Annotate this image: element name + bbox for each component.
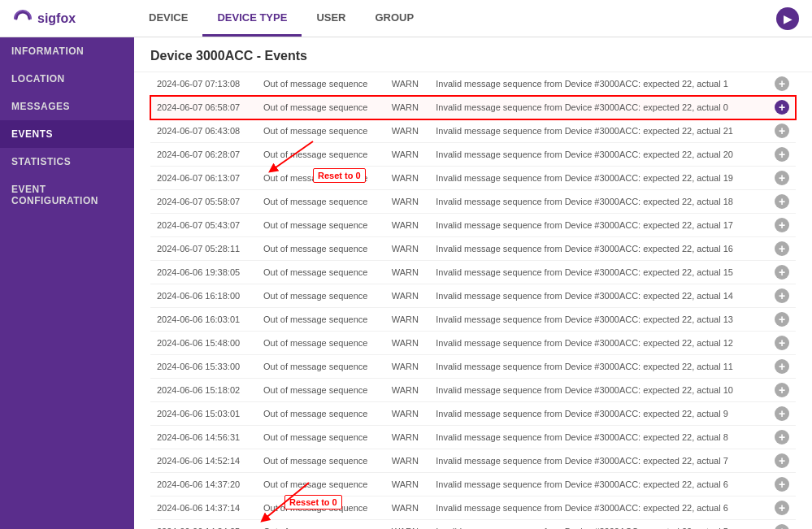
table-row[interactable]: 2024-06-06 14:37:14Out of message sequen… (150, 496, 796, 520)
table-row[interactable]: 2024-06-06 14:37:20Out of message sequen… (150, 473, 796, 496)
event-action[interactable]: + (768, 96, 796, 119)
event-level: WARN (385, 167, 430, 190)
event-action[interactable]: + (768, 308, 796, 332)
table-row[interactable]: 2024-06-06 19:38:05Out of message sequen… (150, 261, 796, 284)
events-table-container[interactable]: 2024-06-07 07:13:08Out of message sequen… (134, 72, 812, 529)
event-action-button[interactable]: + (775, 171, 789, 185)
event-timestamp: 2024-06-07 06:13:07 (150, 167, 257, 190)
event-level: WARN (385, 261, 430, 284)
event-action-button[interactable]: + (775, 477, 789, 492)
event-action[interactable]: + (768, 379, 796, 402)
event-action-button[interactable]: + (775, 76, 789, 91)
sidebar-item-event-configuration[interactable]: EVENT CONFIGURATION (0, 176, 134, 215)
table-row[interactable]: 2024-06-07 06:43:08Out of message sequen… (150, 119, 796, 143)
event-level: WARN (385, 332, 430, 355)
event-action[interactable]: + (768, 496, 796, 520)
event-timestamp: 2024-06-07 05:43:07 (150, 214, 257, 237)
event-action-button[interactable]: + (775, 336, 789, 350)
event-action[interactable]: + (768, 449, 796, 473)
event-message: Invalid message sequence from Device #30… (429, 96, 768, 119)
event-type: Out of message sequence (257, 379, 385, 402)
event-action-button[interactable]: + (775, 430, 789, 444)
event-action-button[interactable]: + (775, 288, 789, 303)
event-action[interactable]: + (768, 143, 796, 167)
event-action-button[interactable]: + (775, 383, 789, 397)
table-row[interactable]: 2024-06-07 06:28:07Out of message sequen… (150, 143, 796, 167)
event-action[interactable]: + (768, 237, 796, 261)
table-row[interactable]: 2024-06-06 15:48:00Out of message sequen… (150, 332, 796, 355)
event-level: WARN (385, 96, 430, 119)
event-message: Invalid message sequence from Device #30… (429, 473, 768, 496)
event-level: WARN (385, 284, 430, 308)
sidebar-item-messages[interactable]: MESSAGES (0, 93, 134, 120)
user-icon[interactable]: ▶ (776, 7, 799, 30)
sidebar-item-events[interactable]: EVENTS (0, 120, 134, 148)
event-action-button[interactable]: + (775, 147, 789, 162)
table-row[interactable]: 2024-06-06 14:56:31Out of message sequen… (150, 426, 796, 449)
event-message: Invalid message sequence from Device #30… (429, 237, 768, 261)
event-action-button[interactable]: + (775, 241, 789, 256)
event-type: Out of message sequence (257, 284, 385, 308)
event-level: WARN (385, 449, 430, 473)
event-action-button[interactable]: + (775, 100, 789, 115)
event-action[interactable]: + (768, 332, 796, 355)
event-timestamp: 2024-06-07 05:28:11 (150, 237, 257, 261)
event-action-button[interactable]: + (775, 265, 789, 280)
event-action[interactable]: + (768, 214, 796, 237)
event-timestamp: 2024-06-07 06:28:07 (150, 143, 257, 167)
sidebar-item-information[interactable]: INFORMATION (0, 37, 134, 65)
event-action[interactable]: + (768, 119, 796, 143)
table-row[interactable]: 2024-06-07 05:58:07Out of message sequen… (150, 190, 796, 214)
event-action[interactable]: + (768, 355, 796, 379)
table-row[interactable]: 2024-06-06 15:03:01Out of message sequen… (150, 402, 796, 426)
event-type: Out of message sequence (257, 190, 385, 214)
event-action[interactable]: + (768, 473, 796, 496)
event-message: Invalid message sequence from Device #30… (429, 190, 768, 214)
event-action[interactable]: + (768, 402, 796, 426)
event-action[interactable]: + (768, 261, 796, 284)
event-level: WARN (385, 520, 430, 530)
table-row[interactable]: 2024-06-07 07:13:08Out of message sequen… (150, 72, 796, 96)
event-action-button[interactable]: + (775, 194, 789, 209)
nav-user[interactable]: USER (302, 0, 360, 37)
nav-device[interactable]: DEVICE (134, 0, 202, 37)
nav-device-type[interactable]: DEVICE TYPE (202, 0, 302, 37)
event-type: Out of message sequence (257, 72, 385, 96)
table-row[interactable]: 2024-06-06 16:18:00Out of message sequen… (150, 284, 796, 308)
sidebar-item-location[interactable]: LOCATION (0, 65, 134, 93)
event-action[interactable]: + (768, 72, 796, 96)
table-row[interactable]: 2024-06-06 16:03:01Out of message sequen… (150, 308, 796, 332)
table-row[interactable]: 2024-06-07 05:43:07Out of message sequen… (150, 214, 796, 237)
event-action-button[interactable]: + (775, 359, 789, 374)
event-action[interactable]: + (768, 426, 796, 449)
event-action[interactable]: + (768, 167, 796, 190)
event-message: Invalid message sequence from Device #30… (429, 355, 768, 379)
event-action[interactable]: + (768, 284, 796, 308)
nav-group[interactable]: GROUP (361, 0, 429, 37)
event-type: Out of message sequence (257, 473, 385, 496)
event-action[interactable]: + (768, 190, 796, 214)
table-row[interactable]: 2024-06-06 15:18:02Out of message sequen… (150, 379, 796, 402)
sidebar-item-statistics[interactable]: STATISTICS (0, 148, 134, 176)
event-action[interactable]: + (768, 520, 796, 530)
event-action-button[interactable]: + (775, 124, 789, 138)
table-row[interactable]: 2024-06-07 06:13:07Out of message sequen… (150, 167, 796, 190)
event-action-button[interactable]: + (775, 524, 789, 529)
table-row[interactable]: 2024-06-07 05:28:11Out of message sequen… (150, 237, 796, 261)
event-action-button[interactable]: + (775, 453, 789, 468)
event-action-button[interactable]: + (775, 218, 789, 232)
event-message: Invalid message sequence from Device #30… (429, 426, 768, 449)
event-type: Out of message sequence (257, 355, 385, 379)
table-row[interactable]: 2024-06-06 14:52:14Out of message sequen… (150, 449, 796, 473)
event-type: Out of message sequence (257, 214, 385, 237)
event-level: WARN (385, 214, 430, 237)
event-action-button[interactable]: + (775, 501, 789, 515)
event-timestamp: 2024-06-06 14:52:14 (150, 449, 257, 473)
event-action-button[interactable]: + (775, 406, 789, 421)
event-action-button[interactable]: + (775, 312, 789, 327)
event-message: Invalid message sequence from Device #30… (429, 167, 768, 190)
table-row[interactable]: 2024-06-06 14:34:05Out of message sequen… (150, 520, 796, 530)
table-row[interactable]: 2024-06-06 15:33:00Out of message sequen… (150, 355, 796, 379)
event-level: WARN (385, 402, 430, 426)
table-row[interactable]: 2024-06-07 06:58:07Out of message sequen… (150, 96, 796, 119)
